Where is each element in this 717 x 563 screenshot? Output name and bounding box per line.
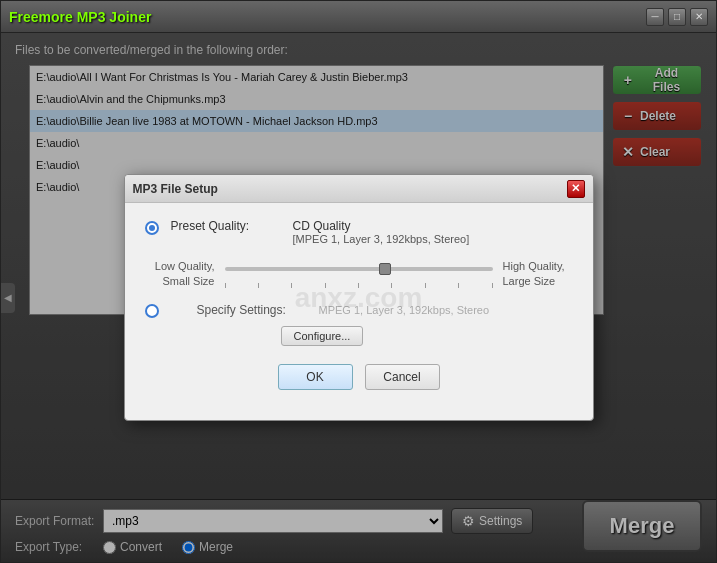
- preset-radio[interactable]: [145, 221, 159, 235]
- configure-button[interactable]: Configure...: [281, 326, 364, 346]
- content-area: Files to be converted/merged in the foll…: [1, 33, 716, 562]
- dialog-body: anxz.com Preset Quality: CD Quality [MPE…: [125, 203, 593, 420]
- dialog-title-bar: MP3 File Setup ✕: [125, 175, 593, 203]
- app-title: Freemore MP3 Joiner: [9, 9, 646, 25]
- ok-button[interactable]: OK: [278, 364, 353, 390]
- preset-label: Preset Quality:: [171, 219, 281, 233]
- cancel-button[interactable]: Cancel: [365, 364, 440, 390]
- specify-radio[interactable]: [145, 304, 159, 318]
- slider-ticks: [225, 283, 493, 288]
- preset-desc: [MPEG 1, Layer 3, 192kbps, Stereo]: [293, 233, 470, 245]
- preset-value: CD Quality: [293, 219, 470, 233]
- quality-slider-wrap: [225, 259, 493, 288]
- dialog-close-button[interactable]: ✕: [567, 180, 585, 198]
- quality-high-label: High Quality, Large Size: [503, 259, 573, 288]
- dialog-title: MP3 File Setup: [133, 182, 567, 196]
- maximize-button[interactable]: □: [668, 8, 686, 26]
- main-window: Freemore MP3 Joiner ─ □ ✕ Files to be co…: [0, 0, 717, 563]
- mp3-setup-dialog: MP3 File Setup ✕ anxz.com Preset Quality…: [124, 174, 594, 421]
- close-button[interactable]: ✕: [690, 8, 708, 26]
- specify-value: MPEG 1, Layer 3, 192kbps, Stereo: [319, 304, 490, 316]
- slider-track: [225, 267, 493, 271]
- title-bar: Freemore MP3 Joiner ─ □ ✕: [1, 1, 716, 33]
- specify-label: Specify Settings:: [197, 303, 307, 317]
- quality-slider-row: Low Quality, Small Size: [145, 259, 573, 288]
- modal-overlay: MP3 File Setup ✕ anxz.com Preset Quality…: [1, 33, 716, 562]
- slider-thumb[interactable]: [379, 263, 391, 275]
- title-bar-controls: ─ □ ✕: [646, 8, 708, 26]
- quality-low-label: Low Quality, Small Size: [145, 259, 215, 288]
- preset-quality-row: Preset Quality: CD Quality [MPEG 1, Laye…: [145, 219, 573, 245]
- minimize-button[interactable]: ─: [646, 8, 664, 26]
- dialog-footer: OK Cancel: [145, 356, 573, 404]
- specify-settings-row: Specify Settings: MPEG 1, Layer 3, 192kb…: [145, 302, 573, 318]
